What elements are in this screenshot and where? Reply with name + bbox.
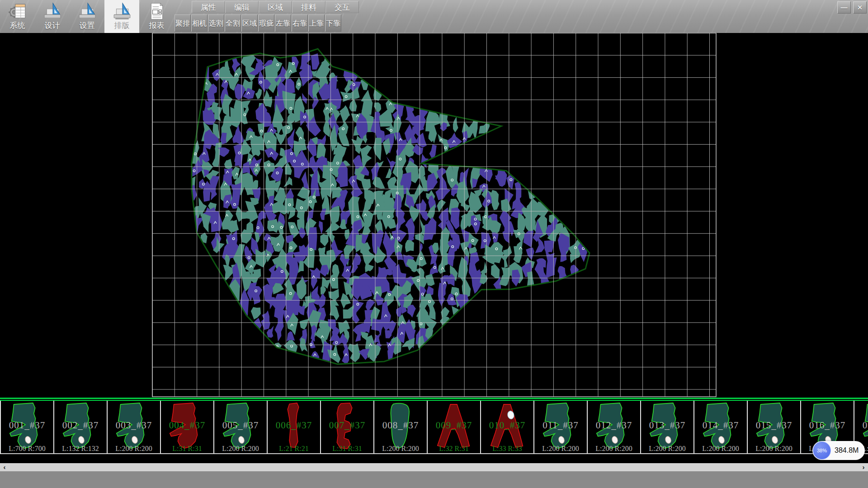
- tool-button-9[interactable]: 下靠: [325, 14, 341, 32]
- tool-button-3[interactable]: 全割: [225, 14, 241, 32]
- part-thumbnail-13[interactable]: 014_#37 L:200 R:200: [694, 401, 748, 453]
- close-button[interactable]: ✕: [853, 1, 867, 14]
- menu-tab-3[interactable]: 排料: [292, 1, 326, 13]
- menu-tab-1[interactable]: 编辑: [225, 1, 259, 13]
- ruler-icon: [78, 1, 97, 21]
- gear-icon: [8, 1, 27, 21]
- horizontal-scrollbar[interactable]: ‹ ›: [0, 463, 868, 471]
- app-button-label: 设计: [45, 21, 60, 30]
- strip-bottom-gap: [0, 455, 868, 463]
- part-id-label: 013_#37: [641, 420, 693, 431]
- app-button-1[interactable]: 设计: [35, 0, 70, 33]
- app-button-2[interactable]: 设置: [70, 0, 104, 33]
- top-toolbar: 系统 设计 设置 排版: [0, 0, 868, 33]
- part-thumbnail-11[interactable]: 012_#37 L:200 R:200: [588, 401, 641, 453]
- parts-strip-cells: 001_#37 L:700 R:700 002_#37 L:132 R:132 …: [0, 401, 868, 454]
- part-counts-label: L:700 R:700: [1, 445, 53, 453]
- nesting-canvas-svg[interactable]: [0, 33, 868, 398]
- part-counts-label: L:31 R:31: [161, 445, 213, 453]
- part-counts-label: L:200 R:200: [588, 445, 640, 453]
- progress-percent-circle: 38%: [813, 441, 831, 460]
- tool-button-6[interactable]: 左靠: [275, 14, 291, 32]
- window-controls: — ✕: [837, 1, 867, 14]
- part-counts-label: L:200 R:200: [214, 445, 267, 453]
- report-icon: [147, 1, 166, 21]
- part-counts-label: L:132 R:132: [54, 445, 107, 453]
- part-counts-label: L:200 R:200: [748, 445, 800, 453]
- part-counts-label: L:200 R:200: [534, 445, 587, 453]
- part-id-label: 005_#37: [214, 420, 267, 431]
- app-button-label: 报表: [149, 21, 165, 30]
- app-button-3[interactable]: 排版: [104, 0, 139, 33]
- menu-tab-2[interactable]: 区域: [259, 1, 292, 13]
- part-id-label: 015_#37: [748, 420, 800, 431]
- app-button-label: 排版: [114, 21, 130, 30]
- part-thumbnail-10[interactable]: 011_#37 L:200 R:200: [534, 401, 588, 453]
- part-id-label: 004_#37: [161, 420, 213, 431]
- part-id-label: 001_#37: [1, 420, 53, 431]
- app-button-label: 系统: [10, 21, 25, 30]
- part-thumbnail-14[interactable]: 015_#37 L:200 R:200: [748, 401, 801, 453]
- part-thumbnail-9[interactable]: 010_#37 L:33 R:33: [481, 401, 534, 453]
- part-id-label: 002_#37: [54, 420, 107, 431]
- tool-button-5[interactable]: 瑕疵: [258, 14, 274, 32]
- menu-tabs: 属性编辑区域排料交互: [192, 1, 359, 13]
- part-id-label: 003_#37: [108, 420, 160, 431]
- status-bar: [0, 471, 868, 488]
- part-thumbnail-6[interactable]: 007_#37 L:31 R:31: [321, 401, 374, 453]
- parts-strip: 001_#37 L:700 R:700 002_#37 L:132 R:132 …: [0, 398, 868, 455]
- tool-row: 聚排相机选割全割区域瑕疵左靠右靠上靠下靠: [175, 14, 341, 32]
- ruler-icon: [43, 1, 62, 21]
- tool-button-7[interactable]: 右靠: [292, 14, 308, 32]
- part-thumbnail-8[interactable]: 009_#37 L:32 R:31: [428, 401, 481, 453]
- minimize-button[interactable]: —: [837, 1, 851, 14]
- part-counts-label: L:33 R:33: [481, 445, 533, 453]
- tool-button-4[interactable]: 区域: [241, 14, 258, 32]
- app-button-4[interactable]: 报表: [139, 0, 174, 33]
- part-thumbnail-4[interactable]: 005_#37 L:200 R:200: [214, 401, 268, 453]
- part-thumbnail-2[interactable]: 003_#37 L:200 R:200: [108, 401, 161, 453]
- tool-button-1[interactable]: 相机: [191, 14, 208, 32]
- part-id-label: 009_#37: [428, 420, 480, 431]
- part-thumbnail-1[interactable]: 002_#37 L:132 R:132: [54, 401, 108, 453]
- tool-button-8[interactable]: 上靠: [308, 14, 325, 32]
- ruler-icon: [113, 1, 132, 21]
- part-counts-label: L:32 R:31: [428, 445, 480, 453]
- part-counts-label: L:31 R:31: [321, 445, 373, 453]
- scroll-right-arrow[interactable]: ›: [859, 463, 868, 471]
- part-id-label: 007_#37: [321, 420, 373, 431]
- scroll-left-arrow[interactable]: ‹: [0, 463, 9, 471]
- menu-tab-0[interactable]: 属性: [192, 1, 225, 13]
- tool-button-2[interactable]: 选割: [208, 14, 224, 32]
- part-thumbnail-0[interactable]: 001_#37 L:700 R:700: [1, 401, 54, 453]
- part-id-label: 011_#37: [534, 420, 587, 431]
- app-buttons: 系统 设计 设置 排版: [0, 0, 174, 33]
- part-id-label: 010_#37: [481, 420, 533, 431]
- menu-tab-4[interactable]: 交互: [326, 1, 359, 13]
- part-counts-label: L:200 R:200: [374, 445, 427, 453]
- part-id-label: 008_#37: [374, 420, 427, 431]
- memory-usage-label: 384.8M: [835, 446, 859, 455]
- part-id-label: 014_#37: [694, 420, 747, 431]
- part-thumbnail-12[interactable]: 013_#37 L:200 R:200: [641, 401, 694, 453]
- part-counts-label: L:200 R:200: [694, 445, 747, 453]
- app-button-label: 设置: [80, 21, 95, 30]
- part-counts-label: L:200 R:200: [641, 445, 693, 453]
- part-thumbnail-3[interactable]: 004_#37 L:31 R:31: [161, 401, 214, 453]
- progress-badge: 38% 384.8M: [812, 441, 865, 460]
- canvas-background: [0, 33, 868, 398]
- tool-button-0[interactable]: 聚排: [175, 14, 191, 32]
- part-counts-label: L:200 R:200: [108, 445, 160, 453]
- part-counts-label: L:21 R:21: [268, 445, 320, 453]
- part-id-label: 006_#37: [268, 420, 320, 431]
- part-id-label: 016_#37: [801, 420, 854, 431]
- app-button-0[interactable]: 系统: [0, 0, 35, 33]
- part-id-label: 017_#37: [854, 420, 868, 431]
- part-thumbnail-7[interactable]: 008_#37 L:200 R:200: [374, 401, 428, 453]
- part-id-label: 012_#37: [588, 420, 640, 431]
- nesting-workspace[interactable]: [0, 33, 868, 398]
- part-thumbnail-5[interactable]: 006_#37 L:21 R:21: [268, 401, 321, 453]
